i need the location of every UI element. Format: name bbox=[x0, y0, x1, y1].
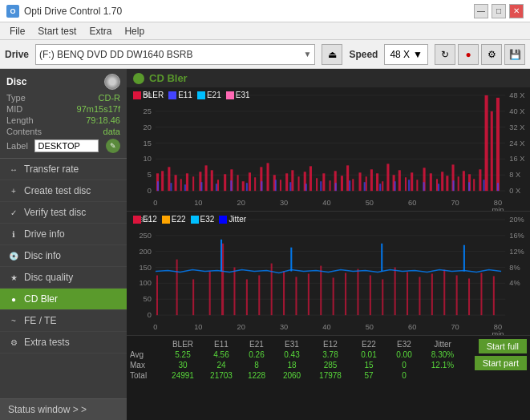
svg-rect-69 bbox=[382, 181, 383, 191]
stats-total-e21: 1228 bbox=[239, 371, 274, 380]
svg-rect-170 bbox=[493, 276, 495, 315]
svg-rect-151 bbox=[258, 275, 260, 315]
svg-rect-102 bbox=[335, 183, 337, 191]
stats-max-bler: 30 bbox=[162, 361, 204, 370]
legend-e11: E11 bbox=[168, 91, 192, 99]
disc-length-label: Length bbox=[6, 115, 34, 125]
svg-text:10: 10 bbox=[194, 323, 202, 331]
e22-label: E22 bbox=[172, 215, 186, 224]
stats-max-e11: 24 bbox=[204, 361, 239, 370]
disc-label-input[interactable] bbox=[34, 139, 99, 152]
stats-max-e31: 18 bbox=[274, 361, 310, 370]
svg-text:60: 60 bbox=[408, 199, 416, 207]
close-button[interactable]: ✕ bbox=[509, 4, 524, 18]
stats-avg-e22: 0.01 bbox=[351, 350, 386, 359]
svg-text:4%: 4% bbox=[509, 280, 520, 288]
title-bar: O Opti Drive Control 1.70 — □ ✕ bbox=[0, 0, 530, 22]
sidebar-item-extra-tests[interactable]: ⚙ Extra tests bbox=[0, 332, 127, 353]
svg-rect-52 bbox=[280, 180, 281, 191]
svg-rect-91 bbox=[170, 183, 172, 191]
speed-select[interactable]: 48 X ▼ bbox=[384, 44, 428, 65]
stats-col-empty bbox=[130, 340, 162, 349]
stats-header-e31: E31 bbox=[274, 340, 310, 349]
cd-button[interactable]: ● bbox=[458, 44, 479, 65]
maximize-button[interactable]: □ bbox=[492, 4, 506, 18]
sidebar-item-cd-bler[interactable]: ● CD Bler bbox=[0, 289, 127, 310]
menu-file[interactable]: File bbox=[3, 24, 31, 38]
svg-rect-159 bbox=[357, 269, 358, 316]
svg-text:48 X: 48 X bbox=[509, 91, 524, 99]
svg-text:10: 10 bbox=[194, 199, 202, 207]
disc-contents-value: data bbox=[103, 127, 120, 136]
svg-rect-166 bbox=[443, 270, 445, 316]
svg-rect-90 bbox=[157, 181, 159, 191]
title-bar-controls[interactable]: — □ ✕ bbox=[474, 4, 524, 18]
minimize-button[interactable]: — bbox=[474, 4, 488, 18]
e31-color bbox=[226, 91, 234, 99]
svg-rect-145 bbox=[176, 260, 178, 316]
title-bar-left: O Opti Drive Control 1.70 bbox=[6, 5, 122, 18]
settings-button[interactable]: ⚙ bbox=[481, 44, 502, 65]
svg-text:60: 60 bbox=[408, 323, 416, 331]
disc-label-icon[interactable]: ✎ bbox=[106, 139, 120, 153]
sidebar-item-transfer-rate-label: Transfer rate bbox=[24, 164, 79, 175]
sidebar-item-drive-info-label: Drive info bbox=[24, 228, 65, 240]
svg-rect-158 bbox=[345, 273, 346, 316]
sidebar-item-disc-info[interactable]: 💿 Disc info bbox=[0, 245, 127, 267]
disc-header: Disc bbox=[6, 74, 120, 90]
e12-color bbox=[133, 216, 141, 224]
status-window-button[interactable]: Status window > > bbox=[0, 398, 127, 420]
svg-rect-38 bbox=[192, 176, 194, 191]
svg-text:20: 20 bbox=[237, 199, 245, 207]
bler-color bbox=[133, 91, 141, 99]
stats-avg-bler: 5.25 bbox=[162, 350, 204, 359]
jitter-color bbox=[219, 216, 227, 224]
sidebar-item-verify-test-disc[interactable]: ✓ Verify test disc bbox=[0, 202, 127, 224]
svg-rect-74 bbox=[411, 172, 413, 191]
svg-text:40 X: 40 X bbox=[509, 107, 524, 115]
sidebar-item-fe-te[interactable]: ~ FE / TE bbox=[0, 310, 127, 332]
svg-rect-66 bbox=[366, 176, 367, 191]
chart-title: CD Bler bbox=[149, 72, 188, 84]
stats-max-row: Max 30 24 8 18 285 15 0 12.1% bbox=[130, 360, 470, 370]
menu-start-test[interactable]: Start test bbox=[31, 24, 83, 38]
stats-panel: BLER E11 E21 E31 E12 E22 E32 Jitter Avg … bbox=[127, 336, 530, 382]
svg-rect-48 bbox=[254, 177, 256, 191]
svg-rect-72 bbox=[399, 170, 401, 191]
svg-rect-149 bbox=[233, 268, 235, 316]
svg-rect-75 bbox=[416, 180, 418, 191]
menu-bar: File Start test Extra Help bbox=[0, 22, 530, 40]
svg-rect-100 bbox=[305, 184, 307, 191]
refresh-button[interactable]: ↻ bbox=[435, 44, 455, 65]
sidebar-item-create-test-disc[interactable]: + Create test disc bbox=[0, 180, 127, 202]
svg-rect-43 bbox=[224, 174, 226, 191]
drive-select[interactable]: (F:) BENQ DVD DD DW1640 BSRB ▼ bbox=[35, 44, 315, 65]
svg-rect-47 bbox=[249, 172, 251, 191]
sidebar-item-drive-info[interactable]: ℹ Drive info bbox=[0, 224, 127, 245]
save-button[interactable]: 💾 bbox=[504, 44, 525, 65]
svg-rect-35 bbox=[175, 175, 177, 191]
cd-bler-icon: ● bbox=[8, 293, 19, 305]
svg-text:70: 70 bbox=[451, 199, 459, 207]
sidebar-item-cd-bler-label: CD Bler bbox=[24, 293, 58, 305]
svg-rect-109 bbox=[438, 184, 439, 191]
sidebar-item-disc-quality[interactable]: ★ Disc quality bbox=[0, 267, 127, 289]
eject-button[interactable]: ⏏ bbox=[322, 44, 342, 65]
bottom-chart: E12 E22 E32 Jitter bbox=[127, 212, 530, 336]
start-part-button[interactable]: Start part bbox=[475, 356, 527, 370]
stats-header-e21: E21 bbox=[239, 340, 274, 349]
stats-total-bler: 24991 bbox=[162, 371, 204, 380]
sidebar-item-transfer-rate[interactable]: ↔ Transfer rate bbox=[0, 159, 127, 180]
menu-help[interactable]: Help bbox=[118, 24, 151, 38]
svg-rect-163 bbox=[407, 273, 408, 316]
svg-rect-150 bbox=[246, 279, 248, 315]
menu-extra[interactable]: Extra bbox=[83, 24, 118, 38]
svg-rect-80 bbox=[446, 176, 448, 191]
svg-rect-98 bbox=[275, 180, 277, 191]
drive-info-icon: ℹ bbox=[8, 228, 19, 240]
extra-tests-icon: ⚙ bbox=[8, 337, 19, 348]
start-full-button[interactable]: Start full bbox=[479, 339, 527, 353]
sidebar-item-disc-info-label: Disc info bbox=[24, 250, 61, 261]
chart-title-icon bbox=[133, 73, 144, 84]
svg-rect-153 bbox=[283, 272, 285, 316]
